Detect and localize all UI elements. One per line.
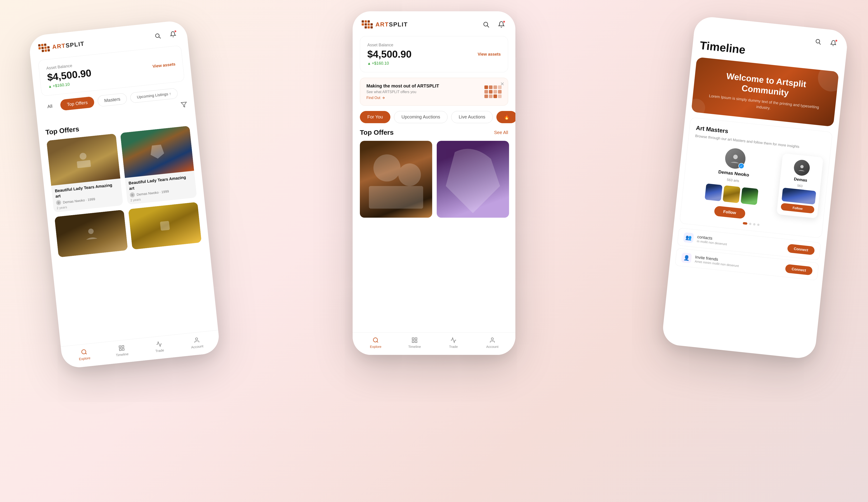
- filter-upcoming[interactable]: Upcoming Listings ↑: [130, 88, 178, 103]
- promo-close-button[interactable]: ✕: [500, 81, 504, 87]
- master-thumb-2: [723, 185, 741, 203]
- art-image-1: [46, 134, 120, 186]
- logo-text-center: ARTSPLIT: [375, 21, 408, 28]
- notification-button-center[interactable]: [496, 19, 506, 29]
- cat-upcoming-auctions[interactable]: Upcoming Auctions: [394, 111, 447, 123]
- svg-rect-9: [122, 345, 124, 347]
- logo-accent-center: ART: [375, 21, 389, 28]
- filter-all[interactable]: All: [42, 101, 58, 113]
- invite-connect-button[interactable]: Connect: [785, 264, 813, 275]
- balance-amount-center: $4,500.90: [367, 49, 412, 60]
- art-card-3[interactable]: [54, 210, 128, 258]
- center-art-row: [353, 141, 515, 240]
- svg-rect-20: [412, 338, 414, 340]
- second-master-count: 563: [797, 184, 803, 188]
- nav-explore-left[interactable]: Explore: [75, 348, 94, 361]
- logo-icon-left: [38, 43, 50, 52]
- cat-for-you[interactable]: For You: [360, 111, 390, 123]
- art-image-4: [128, 202, 202, 250]
- nav-account-label-left: Account: [191, 344, 204, 349]
- art-masters-section: Art Masters Browse through our art Maste…: [680, 117, 833, 238]
- phone-right: Timeline Welcome to Artsplit Community L…: [661, 15, 849, 359]
- second-master-card: Demas 563 Follow: [776, 153, 823, 218]
- view-assets-left[interactable]: View assets: [152, 62, 176, 69]
- notif-dot-center: [503, 20, 505, 23]
- filter-top-offers[interactable]: Top Offers: [60, 96, 95, 111]
- nav-trade-left[interactable]: Trade: [149, 340, 169, 353]
- nav-account-label-center: Account: [486, 345, 498, 348]
- svg-point-3: [79, 153, 87, 160]
- search-button-center[interactable]: [481, 19, 491, 29]
- view-assets-center[interactable]: View assets: [478, 52, 501, 57]
- svg-rect-18: [369, 186, 423, 209]
- notif-dot-right: [835, 39, 838, 42]
- nav-timeline-center[interactable]: Timeline: [405, 337, 424, 348]
- art-card-2[interactable]: Beautiful Lady Tears Amazing art D Demas…: [120, 126, 197, 205]
- search-button-left[interactable]: [152, 31, 163, 41]
- bottom-nav-left: Explore Timeline Trade Account: [61, 330, 220, 369]
- svg-point-28: [800, 165, 804, 168]
- nav-trade-center[interactable]: Trade: [444, 337, 463, 348]
- second-master-name: Demas: [794, 177, 807, 183]
- section-title-center: Top Offers: [360, 129, 394, 136]
- svg-rect-6: [160, 221, 170, 231]
- promo-subtitle: See what ARTSPLIT offers you: [366, 90, 439, 94]
- art-grid-left: Beautiful Lady Tears Amazing art D Demas…: [39, 125, 209, 263]
- nav-account-left[interactable]: Account: [187, 336, 206, 349]
- svg-rect-23: [415, 341, 417, 343]
- svg-line-14: [487, 26, 489, 27]
- svg-rect-21: [415, 338, 417, 340]
- nav-timeline-label-left: Timeline: [116, 352, 129, 357]
- master-name-demas: Demas Nwoko: [718, 169, 749, 178]
- second-follow-button[interactable]: Follow: [781, 203, 815, 213]
- filter-masters[interactable]: Masters: [97, 93, 127, 107]
- svg-rect-10: [119, 349, 121, 351]
- svg-marker-2: [181, 102, 187, 107]
- nav-timeline-left[interactable]: Timeline: [112, 344, 131, 357]
- center-phone-header: ARTSPLIT: [353, 11, 515, 34]
- contacts-connect-button[interactable]: Connect: [787, 244, 815, 255]
- section-header-center: Top Offers See All: [353, 129, 515, 141]
- svg-line-1: [159, 37, 161, 39]
- promo-link[interactable]: Find Out: [366, 96, 439, 100]
- nav-trade-label-center: Trade: [449, 345, 458, 348]
- svg-point-12: [195, 338, 198, 340]
- header-icons-right: [813, 36, 839, 48]
- logo-accent: ART: [52, 42, 66, 50]
- filter-icon-left[interactable]: [180, 101, 188, 110]
- nav-trade-label-left: Trade: [155, 348, 164, 353]
- logo-area-center: ARTSPLIT: [362, 20, 408, 29]
- invite-icon: 👤: [681, 252, 692, 263]
- cat-live-auctions[interactable]: Live Auctions: [451, 111, 493, 123]
- phone-left: ARTSPLIT Asset Balance $4,500.90 ▲ +$160…: [28, 20, 220, 369]
- nav-account-center[interactable]: Account: [483, 337, 502, 348]
- promo-banner: Making the most out of ARTSPLIT See what…: [360, 78, 508, 106]
- art-card-1[interactable]: Beautiful Lady Tears Amazing art D Demas…: [46, 134, 123, 212]
- art-card-4[interactable]: [128, 202, 202, 250]
- balance-label-center: Asset Balance: [367, 43, 412, 48]
- svg-point-27: [733, 154, 738, 159]
- second-master-avatar: [793, 159, 810, 177]
- search-button-right[interactable]: [813, 36, 824, 47]
- logo-icon-center: [362, 20, 373, 29]
- nav-explore-center[interactable]: Explore: [366, 337, 385, 348]
- header-icons-left: [152, 29, 178, 41]
- promo-title: Making the most out of ARTSPLIT: [366, 83, 439, 88]
- svg-rect-11: [122, 348, 124, 351]
- master-card-demas: ✓ Demas Nwoko 563 arts Follow: [687, 144, 778, 222]
- header-icons-center: [481, 19, 506, 29]
- notification-button-right[interactable]: [828, 38, 839, 49]
- center-art-1[interactable]: [360, 141, 432, 218]
- balance-change-center: ▲ +$160.10: [367, 61, 412, 66]
- notification-button-left[interactable]: [167, 29, 178, 40]
- master-thumb-1: [705, 184, 722, 201]
- logo-area-left: ARTSPLIT: [38, 40, 85, 52]
- bottom-nav-center: Explore Timeline Trade Account: [353, 332, 515, 355]
- master-count-demas: 563 arts: [727, 178, 740, 183]
- center-art-2[interactable]: [437, 141, 509, 218]
- dot-3: [753, 223, 755, 226]
- svg-rect-4: [77, 160, 91, 168]
- dot-1: [743, 222, 747, 225]
- cat-new[interactable]: 🔥: [496, 111, 515, 123]
- see-all-center[interactable]: See All: [494, 130, 508, 135]
